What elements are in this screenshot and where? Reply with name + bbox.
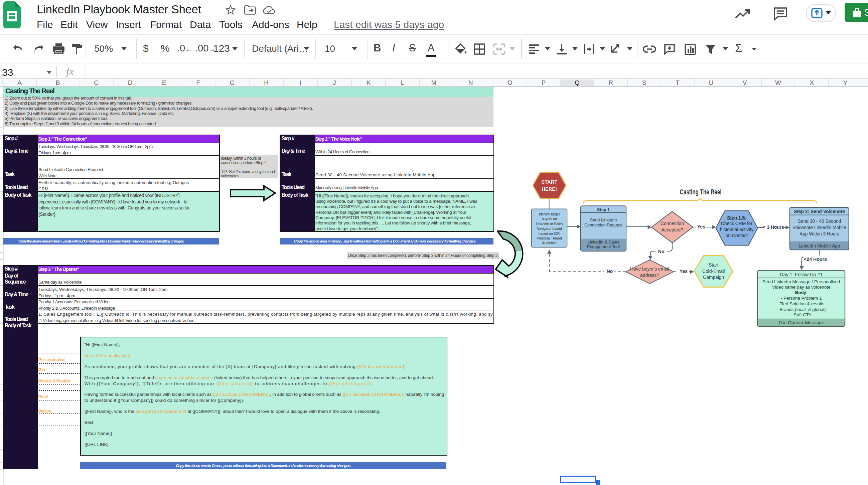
svg-text:App Within 3 Hours: App Within 3 Hours [800,231,839,236]
svg-text:Step 1.5:: Step 1.5: [727,216,746,221]
svg-text:Persona / Target: Persona / Target [536,236,562,240]
svg-text:<24 Hours: <24 Hours [804,257,827,262]
svg-text:Step 1: Step 1 [597,207,610,212]
svg-text:Connection: Connection [660,221,684,226]
svg-text:The Opener Message: The Opener Message [778,320,824,325]
svg-text:address?: address? [640,273,659,278]
svg-text:Accepted?: Accepted? [661,227,683,232]
svg-text:- Brands (local & global): - Brands (local & global) [777,307,826,312]
svg-text:Check CRM for: Check CRM for [721,221,753,226]
svg-text:Audience: Audience [542,241,557,245]
svg-text:Yes: Yes [680,269,688,274]
svg-text:historical activity: historical activity [720,227,754,232]
svg-text:Navigator based: Navigator based [536,226,562,230]
svg-text:Campaign: Campaign [703,275,724,280]
svg-text:Identify target: Identify target [539,212,560,216]
svg-text:Yes: Yes [697,224,705,229]
svg-text:Send LinkedIn: Send LinkedIn [590,218,617,222]
svg-text:Send LinkedIn Message / Person: Send LinkedIn Message / Personalised [763,279,840,284]
svg-text:Video same day as voicenote: Video same day as voicenote [772,285,831,290]
svg-text:Send 30 - 40 Second: Send 30 - 40 Second [798,219,841,224]
svg-text:Day 1: Follow Up #1: Day 1: Follow Up #1 [780,272,823,277]
svg-text:Body:: Body: [795,290,808,295]
svg-text:Engagement Tool: Engagement Tool [587,245,620,249]
svg-text:Voicenote Linkedin Mobile: Voicenote Linkedin Mobile [793,225,846,230]
svg-text:based on ICP,: based on ICP, [538,231,560,235]
svg-text:No: No [658,249,664,254]
svg-text:Casting The Reel: Casting The Reel [680,188,722,196]
svg-text:HERE!: HERE! [541,186,557,192]
svg-text:LinkedIn or Sales: LinkedIn or Sales [536,222,563,226]
svg-text:Cold-Email: Cold-Email [702,269,725,274]
svg-text:Step 2: Send Voicenote: Step 2: Send Voicenote [794,209,845,214]
svg-text:- Soft CTA: - Soft CTA [791,312,811,317]
svg-text:START: START [541,180,557,185]
svg-text:on Contact: on Contact [726,233,748,238]
svg-text:buyers on: buyers on [541,217,557,221]
svg-text:- Persona Problem 1: - Persona Problem 1 [781,296,822,301]
svg-text:Have buyer's email: Have buyer's email [630,266,669,271]
svg-text:Connection Request: Connection Request [584,223,623,227]
svg-text:LinkedIn Mobile App: LinkedIn Mobile App [799,244,840,249]
svg-text:Start: Start [709,263,718,267]
svg-text:LinkedIn & Sales: LinkedIn & Sales [588,240,619,245]
svg-text:-Tied Solution & results: -Tied Solution & results [778,301,824,306]
svg-text:No: No [607,269,613,274]
svg-text:< 3 Hours: < 3 Hours [763,225,784,230]
